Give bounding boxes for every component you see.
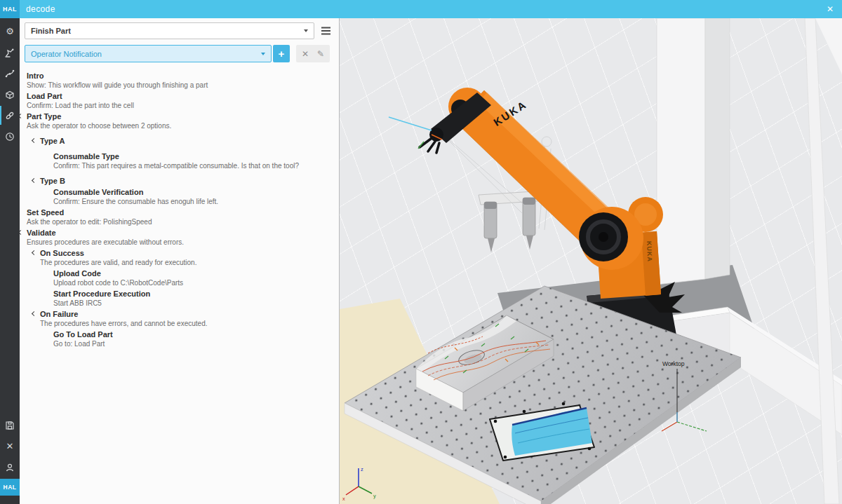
- tree-node-title[interactable]: Start Procedure Execution: [53, 290, 339, 299]
- workflow-select-value: Finish Part: [31, 27, 71, 35]
- tree-node-upload-code: Upload Code Upload robot code to C:\Robo…: [53, 269, 339, 287]
- chevron-down-icon: [261, 53, 265, 55]
- tree-node-validate: Validate Ensures procedures are executab…: [27, 229, 339, 247]
- cell-frame-corner: [815, 18, 842, 74]
- axis-x-label: x: [342, 496, 345, 502]
- tree-node-title[interactable]: Intro: [27, 71, 339, 81]
- tree-node-title: Type B: [40, 177, 65, 185]
- tool-rail: ⚙ ✕ HAL: [0, 18, 20, 504]
- tree-node-title[interactable]: Load Part: [27, 92, 339, 101]
- tree-node-title: On Success: [40, 249, 84, 257]
- tree-node-title: Type A: [40, 137, 65, 145]
- tree-node-go-to-load-part: Go To Load Part Go to: Load Part: [53, 330, 339, 348]
- workflow-select[interactable]: Finish Part: [25, 22, 314, 39]
- tree-node-type-b: Type B: [40, 177, 339, 186]
- collapse-arrow-icon[interactable]: [32, 178, 36, 183]
- tool-z-axis: [389, 117, 432, 130]
- tree-node-load-part: Load Part Confirm: Load the part into th…: [27, 92, 339, 110]
- robot-cell-scene: KUKA KUKA: [340, 18, 842, 504]
- tree-node-desc: The procedures have errors, and cannot b…: [40, 320, 339, 328]
- collapse-arrow-icon[interactable]: [32, 138, 36, 143]
- tree-node-start-procedure: Start Procedure Execution Start ABB IRC5: [53, 290, 339, 308]
- step-type-select[interactable]: Operator Notification: [25, 45, 272, 62]
- worktop-label: Worktop: [662, 360, 685, 367]
- collapse-arrow-icon[interactable]: [32, 311, 36, 316]
- workflow-tree: Intro Show: This workflow will guide you…: [20, 71, 339, 348]
- hal-logo-bottom[interactable]: HAL: [0, 479, 20, 496]
- cell-frame-bar: [805, 18, 839, 504]
- workflow-panel: Finish Part Operator Notification + ✕ ✎ …: [20, 18, 340, 504]
- cell-setup-icon[interactable]: [0, 85, 20, 104]
- tree-node-desc: Upload robot code to C:\RobotCode\Parts: [53, 279, 339, 287]
- tree-node-on-failure: On Failure The procedures have errors, a…: [40, 310, 339, 328]
- close-document-icon[interactable]: ✕: [0, 437, 20, 456]
- tree-node-desc: Ask the operator to choose between 2 opt…: [27, 122, 339, 130]
- kuka-logo-column: KUKA: [646, 241, 653, 262]
- hal-logo: HAL: [0, 0, 20, 18]
- window-close-icon[interactable]: ✕: [818, 0, 842, 18]
- application-window: HAL decode ✕ ⚙ ✕ HAL: [0, 0, 842, 504]
- tree-node-set-speed: Set Speed Ask the operator to edit: Poli…: [27, 208, 339, 226]
- motion-path-icon[interactable]: [0, 64, 20, 83]
- tree-node-title[interactable]: Set Speed: [27, 208, 339, 217]
- save-icon[interactable]: [0, 416, 20, 435]
- tree-node-desc: Confirm: This part requires a metal-comp…: [53, 162, 339, 170]
- axis-y-label: y: [373, 493, 376, 499]
- tree-node-title: Validate: [27, 229, 56, 237]
- tree-node-desc: Show: This workflow will guide you throu…: [27, 81, 339, 90]
- tree-node-desc: Start ABB IRC5: [53, 299, 339, 308]
- tree-node-type-a: Type A: [40, 137, 339, 146]
- tree-node-title[interactable]: Go To Load Part: [53, 330, 339, 339]
- tree-node-desc: The procedures are valid, and ready for …: [40, 259, 339, 267]
- link-connect-icon[interactable]: [0, 106, 20, 125]
- tree-node-consumable-verification: Consumable Verification Confirm: Ensure …: [53, 188, 339, 206]
- tree-node-desc: Confirm: Load the part into the cell: [27, 102, 339, 110]
- delete-step-icon[interactable]: ✕: [302, 50, 309, 58]
- chevron-down-icon: [304, 29, 308, 32]
- tree-node-part-type: Part Type Ask the operator to choose bet…: [27, 112, 339, 130]
- title-bar: HAL decode ✕: [0, 0, 842, 18]
- spindle-1: [484, 202, 497, 252]
- step-actions-tray: ✕ ✎: [296, 45, 330, 62]
- workflow-menu-button[interactable]: [317, 22, 334, 39]
- tree-node-desc: Confirm: Ensure the consumable has enogu…: [53, 198, 339, 206]
- hamburger-icon: [321, 30, 330, 32]
- robot-arm-icon[interactable]: [0, 43, 20, 62]
- tree-node-desc: Ensures procedures are executable withou…: [27, 238, 339, 247]
- collapse-arrow-icon[interactable]: [32, 250, 36, 255]
- step-type-select-value: Operator Notification: [31, 50, 102, 58]
- settings-gear-icon[interactable]: ⚙: [0, 22, 20, 41]
- tree-node-title[interactable]: Consumable Type: [53, 152, 339, 161]
- edit-step-icon[interactable]: ✎: [317, 50, 324, 58]
- tree-node-consumable-type: Consumable Type Confirm: This part requi…: [53, 152, 339, 170]
- add-step-button[interactable]: +: [273, 45, 290, 62]
- tree-node-on-success: On Success The procedures are valid, and…: [40, 249, 339, 267]
- tree-node-desc: Go to: Load Part: [53, 340, 339, 348]
- cell-column-side: [705, 18, 730, 279]
- cell-column-front: [657, 18, 705, 285]
- tree-node-title: On Failure: [40, 310, 78, 318]
- tree-node-title[interactable]: Upload Code: [53, 269, 339, 278]
- window-title: decode: [20, 0, 55, 18]
- user-account-icon[interactable]: [0, 458, 20, 477]
- axis-z-label: z: [361, 466, 363, 472]
- time-history-icon[interactable]: [0, 127, 20, 146]
- tree-node-intro: Intro Show: This workflow will guide you…: [27, 71, 339, 90]
- tree-node-title: Part Type: [27, 112, 61, 121]
- tree-node-desc: Ask the operator to edit: PolishingSpeed: [27, 218, 339, 226]
- 3d-viewport[interactable]: KUKA KUKA: [340, 18, 842, 504]
- tree-node-title[interactable]: Consumable Verification: [53, 188, 339, 197]
